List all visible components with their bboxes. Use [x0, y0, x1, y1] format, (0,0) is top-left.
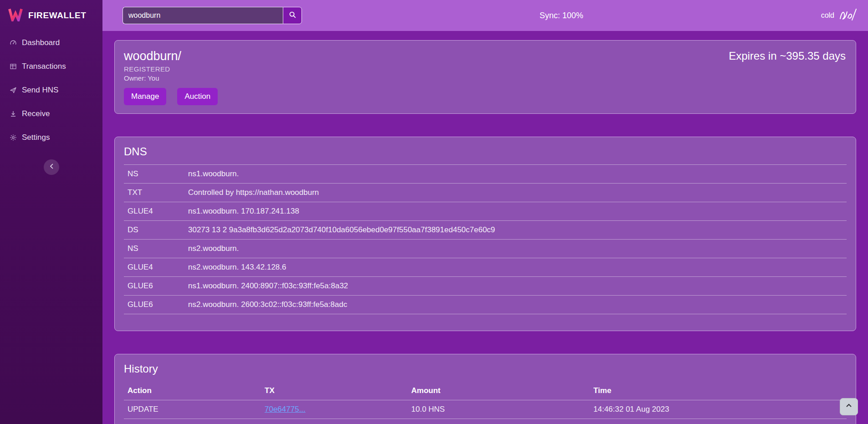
dns-record-type: NS	[124, 169, 188, 179]
app-root: FIREWALLET Dashboard Transactions Send H…	[0, 0, 868, 424]
sidebar-item-settings[interactable]: Settings	[0, 126, 102, 149]
dns-record-row: NS ns1.woodburn.	[124, 165, 847, 184]
dns-record-row: DS 30273 13 2 9a3a8fb3d625d2a2073d740f10…	[124, 221, 847, 240]
history-col-tx: TX	[265, 386, 411, 395]
history-col-action: Action	[124, 386, 265, 395]
dns-record-value: ns1.woodburn. 2400:8907::f03c:93ff:fe5a:…	[188, 281, 847, 291]
topbar: Sync: 100% cold	[102, 0, 868, 31]
firewallet-logo-icon	[7, 8, 24, 23]
domain-status-badge: REGISTERED	[124, 65, 847, 73]
sidebar-item-transactions[interactable]: Transactions	[0, 55, 102, 78]
sync-status: Sync: 100%	[540, 11, 583, 20]
dns-record-value: ns2.woodburn. 143.42.128.6	[188, 263, 847, 272]
dns-table: NS ns1.woodburn. TXT Controlled by https…	[124, 164, 847, 314]
dns-record-type: GLUE6	[124, 281, 188, 291]
sidebar-item-label: Send HNS	[22, 86, 58, 95]
domain-expiry: Expires in ~395.35 days	[729, 50, 846, 62]
history-table: Action TX Amount Time UPDATE 70e64775...…	[124, 382, 847, 424]
sidebar-item-label: Transactions	[22, 62, 66, 71]
wallet-name: cold	[821, 11, 834, 20]
dns-record-type: GLUE6	[124, 300, 188, 309]
chevron-up-icon	[845, 402, 853, 411]
dns-card-title: DNS	[124, 145, 847, 158]
sidebar-item-label: Receive	[22, 109, 50, 118]
tx-link[interactable]: 70e64775...	[265, 405, 306, 414]
dashboard-icon	[9, 39, 17, 46]
dns-record-value: 30273 13 2 9a3a8fb3d625d2a2073d740f10da6…	[188, 225, 847, 235]
scroll-to-top-button[interactable]	[840, 398, 858, 415]
dns-record-type: GLUE4	[124, 207, 188, 216]
dns-card: DNS NS ns1.woodburn. TXT Controlled by h…	[114, 137, 856, 331]
history-col-time: Time	[593, 386, 847, 395]
sidebar-nav: Dashboard Transactions Send HNS Receive	[0, 31, 102, 149]
gear-icon	[9, 134, 17, 141]
sidebar-item-dashboard[interactable]: Dashboard	[0, 31, 102, 55]
dns-record-row: TXT Controlled by https://nathan.woodbur…	[124, 184, 847, 202]
history-col-amount: Amount	[411, 386, 593, 395]
send-icon	[9, 87, 17, 94]
dns-record-value: ns2.woodburn. 2600:3c02::f03c:93ff:fe5a:…	[188, 300, 847, 309]
dns-record-row: NS ns2.woodburn.	[124, 240, 847, 258]
dns-record-type: GLUE4	[124, 263, 188, 272]
history-action: UPDATE	[124, 405, 265, 414]
wallet-logo-icon	[839, 8, 857, 23]
history-row: RENEW 473c5e64... 10.0 HNS 15:15:06 07 F…	[124, 419, 847, 424]
dns-record-type: NS	[124, 244, 188, 253]
search-button[interactable]	[283, 7, 302, 24]
page-content: woodburn/ REGISTERED Owner: You Expires …	[102, 31, 868, 424]
chevron-left-icon	[49, 163, 54, 171]
wallet-indicator: cold	[821, 8, 857, 23]
search-input[interactable]	[123, 7, 283, 24]
history-amount: 10.0 HNS	[411, 405, 593, 414]
domain-card: woodburn/ REGISTERED Owner: You Expires …	[114, 40, 856, 114]
dns-record-value: Controlled by https://nathan.woodburn	[188, 188, 847, 197]
search-icon	[289, 11, 296, 20]
main-area: Sync: 100% cold woodburn/ REGISTERED Own…	[102, 0, 868, 424]
domain-owner: Owner: You	[124, 74, 847, 82]
dns-record-value: ns2.woodburn.	[188, 244, 847, 253]
dns-record-type: DS	[124, 225, 188, 235]
history-time: 14:46:32 01 Aug 2023	[593, 405, 847, 414]
dns-record-row: GLUE4 ns1.woodburn. 170.187.241.138	[124, 202, 847, 221]
dns-record-row: GLUE6 ns1.woodburn. 2400:8907::f03c:93ff…	[124, 277, 847, 296]
dns-record-row: GLUE4 ns2.woodburn. 143.42.128.6	[124, 258, 847, 277]
domain-actions: Manage Auction	[124, 88, 847, 105]
brand[interactable]: FIREWALLET	[0, 0, 102, 31]
history-header-row: Action TX Amount Time	[124, 382, 847, 400]
manage-button[interactable]: Manage	[124, 88, 166, 105]
dns-record-value: ns1.woodburn. 170.187.241.138	[188, 207, 847, 216]
dns-record-type: TXT	[124, 188, 188, 197]
sidebar-item-send-hns[interactable]: Send HNS	[0, 78, 102, 102]
history-row: UPDATE 70e64775... 10.0 HNS 14:46:32 01 …	[124, 400, 847, 419]
search-bar	[123, 7, 302, 24]
history-card-title: History	[124, 363, 847, 375]
sidebar: FIREWALLET Dashboard Transactions Send H…	[0, 0, 102, 424]
dns-record-row: GLUE6 ns2.woodburn. 2600:3c02::f03c:93ff…	[124, 296, 847, 314]
transactions-icon	[9, 63, 17, 70]
sidebar-item-label: Settings	[22, 133, 50, 142]
receive-icon	[9, 110, 17, 117]
history-card: History Action TX Amount Time UPDATE 70e…	[114, 354, 856, 424]
sidebar-item-label: Dashboard	[22, 38, 60, 47]
sidebar-collapse-button[interactable]	[44, 159, 59, 175]
sidebar-item-receive[interactable]: Receive	[0, 102, 102, 126]
dns-record-value: ns1.woodburn.	[188, 169, 847, 179]
auction-button[interactable]: Auction	[177, 88, 218, 105]
brand-name: FIREWALLET	[28, 10, 86, 20]
